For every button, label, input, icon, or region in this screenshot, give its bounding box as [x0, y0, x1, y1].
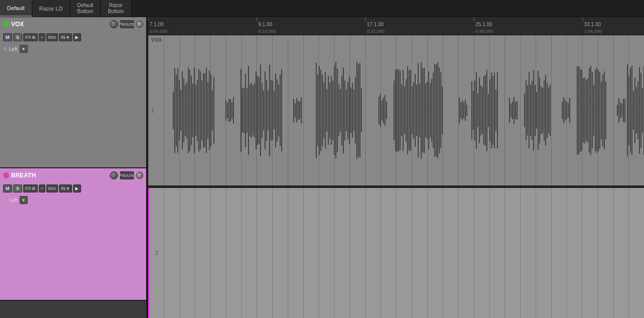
main-layout: VOX ⠿ ROUTE M S FX ⊕	[0, 17, 644, 318]
vox-channel-label: Left	[9, 46, 18, 52]
timeline-ruler: 7.1.00 0:00,000 9.1.00 0:16,000 17.1.00 …	[148, 17, 644, 35]
content-tracks: VOX 1 2	[148, 35, 644, 318]
tab-default-bottom[interactable]: DefaultBottom	[70, 0, 101, 17]
vox-channel-icon: ⊞	[3, 46, 7, 51]
grid-line	[179, 188, 180, 318]
breath-arrow-button[interactable]: ▶	[73, 184, 81, 193]
grid-line	[272, 188, 273, 318]
vox-content[interactable]: VOX 1	[148, 35, 644, 186]
grid-line	[195, 188, 195, 318]
vox-title-row: VOX ⠿ ROUTE	[0, 17, 146, 31]
grid-line	[226, 188, 226, 318]
grid-line	[566, 188, 567, 318]
ruler-mark: 9.1.00 0:16,000	[256, 17, 276, 35]
tab-default[interactable]: Default	[0, 0, 32, 17]
grid-line	[210, 188, 211, 318]
breath-meter	[136, 172, 143, 179]
grid-line	[613, 188, 614, 318]
arrangement-panel: 7.1.00 0:00,000 9.1.00 0:16,000 17.1.00 …	[148, 17, 644, 318]
breath-status-led[interactable]	[3, 172, 9, 178]
track-header-vox: VOX ⠿ ROUTE M S FX ⊕	[0, 17, 146, 168]
grid-line	[241, 188, 242, 318]
vox-channel-dropdown[interactable]: ▼	[20, 45, 28, 53]
grid-line	[256, 188, 257, 318]
breath-mute-button[interactable]: M	[3, 184, 12, 193]
breath-content[interactable]: 2	[148, 188, 644, 318]
track-header-breath: BREATH ⠿ ROUTE M S FX ⊕	[0, 168, 146, 301]
grid-line	[442, 188, 443, 318]
grid-line	[582, 188, 583, 318]
breath-fx-button[interactable]: FX ⊕	[23, 184, 38, 193]
grid-line	[551, 188, 552, 318]
ruler-mark: 17.1.00 0:32,000	[365, 17, 384, 35]
grid-line	[288, 188, 288, 318]
vox-mute-button[interactable]: M	[3, 33, 12, 41]
grid-line	[598, 188, 598, 318]
grid-line	[303, 188, 304, 318]
grid-line	[536, 188, 536, 318]
grid-line	[489, 188, 490, 318]
vox-fx-button[interactable]: FX ⊕	[23, 33, 38, 41]
vox-volume-knob[interactable]	[110, 20, 118, 28]
breath-grid-lines	[148, 188, 644, 318]
breath-track-number: 2	[155, 250, 158, 256]
vox-track-name: VOX	[11, 21, 108, 28]
ruler-mark: 33.1.00 1:04,000	[583, 17, 602, 35]
grid-line	[318, 188, 319, 318]
breath-track-name: BREATH	[11, 172, 108, 179]
breath-env-button[interactable]: ~	[39, 184, 45, 193]
grid-line	[458, 188, 459, 318]
grid-line	[412, 188, 412, 318]
tab-razor-ld[interactable]: Razor LD	[32, 0, 70, 17]
vox-channel-row: ⊞ Left ▼	[0, 43, 146, 54]
breath-channel-label: Left	[9, 198, 18, 203]
grid-line	[334, 188, 335, 318]
ruler-mark: 7.1.00 0:00,000	[148, 17, 167, 35]
ruler-inner: 7.1.00 0:00,000 9.1.00 0:16,000 17.1.00 …	[148, 17, 644, 35]
vox-route-button[interactable]: ⠿ ROUTE	[120, 20, 134, 28]
vox-trim-button[interactable]: trim	[46, 33, 58, 41]
breath-solo-button[interactable]: S	[13, 184, 22, 193]
vox-solo-button[interactable]: S	[13, 33, 22, 41]
vox-buttons-row: M S FX ⊕ ~ trim IN ▼	[0, 31, 146, 43]
grid-line	[628, 188, 629, 318]
breath-route-button[interactable]: ⠿ ROUTE	[120, 171, 134, 179]
vox-in-button[interactable]: IN ▼	[59, 33, 72, 41]
breath-left-strip	[148, 188, 150, 318]
vox-meter	[136, 21, 143, 28]
grid-line	[520, 188, 521, 318]
grid-line	[474, 188, 474, 318]
grid-line	[380, 188, 381, 318]
breath-channel-dropdown[interactable]: ▼	[20, 196, 28, 204]
ruler-mark: 25.1.00 0:48,000	[474, 17, 493, 35]
grid-line	[365, 188, 366, 318]
vox-env-button[interactable]: ~	[39, 33, 45, 41]
tab-razor-bottom[interactable]: RazorBottom	[101, 0, 132, 17]
tab-bar: Default Razor LD DefaultBottom RazorBott…	[0, 0, 644, 17]
grid-line	[396, 188, 397, 318]
grid-line	[427, 188, 428, 318]
breath-channel-icon: ⊞	[3, 198, 7, 203]
breath-title-row: BREATH ⠿ ROUTE	[0, 168, 146, 182]
tracks-panel: VOX ⠿ ROUTE M S FX ⊕	[0, 17, 146, 318]
breath-buttons-row: M S FX ⊕ ~ trim IN ▼	[0, 182, 146, 195]
grid-line	[504, 188, 505, 318]
vox-arrow-button[interactable]: ▶	[73, 33, 81, 41]
vox-status-led[interactable]	[3, 21, 9, 27]
breath-trim-button[interactable]: trim	[46, 184, 58, 193]
vox-waveform	[148, 35, 644, 185]
breath-volume-knob[interactable]	[110, 171, 118, 179]
breath-in-button[interactable]: IN ▼	[59, 184, 72, 193]
grid-line	[350, 188, 350, 318]
grid-line	[164, 188, 164, 318]
breath-channel-row: ⊞ Left ▼	[0, 195, 146, 206]
